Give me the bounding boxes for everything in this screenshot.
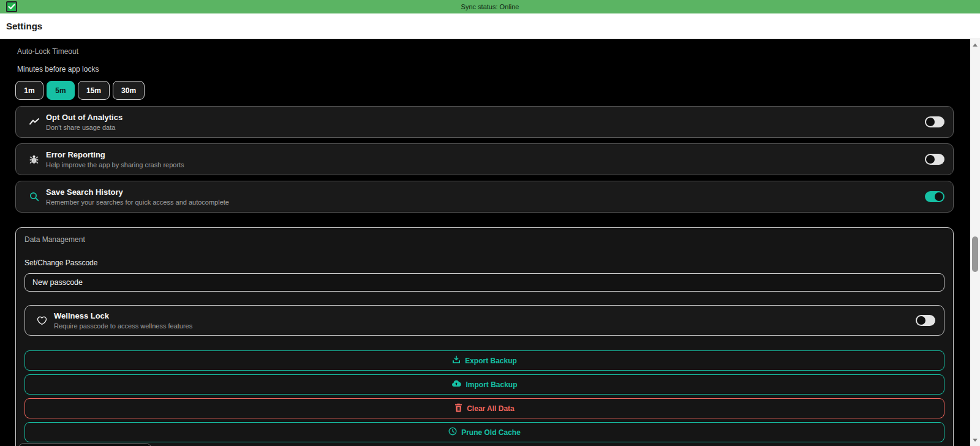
new-passcode-input[interactable]: [24, 273, 944, 292]
card-title: Error Reporting: [46, 150, 184, 159]
analytics-icon: [28, 118, 40, 126]
action-label: Export Backup: [465, 357, 517, 365]
card-subtitle: Help improve the app by sharing crash re…: [46, 161, 184, 168]
page-header: Settings: [0, 13, 980, 39]
action-label: Import Backup: [466, 380, 517, 389]
import-backup-button[interactable]: Import Backup: [24, 374, 944, 395]
settings-scroll-area: Auto-Lock Timeout Minutes before app loc…: [0, 39, 970, 446]
clock-icon: [448, 427, 457, 437]
passcode-label: Set/Change Passcode: [24, 259, 944, 267]
toggle-card-list: Opt Out of Analytics Don't share usage d…: [15, 106, 954, 213]
timeout-options: 1m 5m 15m 30m: [15, 81, 970, 100]
scrollbar-up-arrow-icon[interactable]: [973, 43, 978, 47]
error-reporting-toggle[interactable]: [925, 154, 944, 165]
timeout-option-1m[interactable]: 1m: [15, 81, 43, 100]
check-icon: [8, 4, 15, 10]
bottom-partial-panel: [17, 443, 153, 446]
export-icon: [452, 355, 461, 366]
auto-lock-sublabel: Minutes before app locks: [17, 65, 970, 74]
heart-icon: [36, 316, 48, 325]
save-search-history-toggle[interactable]: [925, 191, 944, 202]
trash-icon: [454, 403, 462, 414]
card-title: Save Search History: [46, 187, 229, 197]
data-management-label: Data Management: [24, 235, 944, 244]
sync-status-text: Sync status: Online: [461, 3, 519, 10]
sync-status-bar: Sync status: Online: [0, 0, 980, 13]
scrollbar-down-arrow-icon[interactable]: [973, 439, 978, 442]
action-label: Prune Old Cache: [461, 428, 521, 437]
card-title: Wellness Lock: [54, 311, 192, 320]
timeout-option-30m[interactable]: 30m: [113, 81, 145, 100]
sync-checkbox-icon[interactable]: [6, 1, 17, 12]
page-title: Settings: [6, 21, 42, 31]
prune-old-cache-button[interactable]: Prune Old Cache: [24, 422, 944, 442]
auto-lock-timeout-label: Auto-Lock Timeout: [17, 47, 970, 56]
timeout-option-15m[interactable]: 15m: [78, 81, 110, 100]
import-icon: [451, 380, 461, 389]
action-label: Clear All Data: [467, 404, 514, 413]
export-backup-button[interactable]: Export Backup: [24, 350, 944, 371]
wellness-lock-card: Wellness Lock Require passcode to access…: [24, 305, 944, 336]
card-subtitle: Don't share usage data: [46, 124, 123, 131]
search-icon: [28, 192, 40, 202]
scrollbar-thumb[interactable]: [972, 236, 978, 272]
save-search-history-card: Save Search History Remember your search…: [15, 181, 954, 213]
timeout-option-5m[interactable]: 5m: [47, 81, 75, 100]
data-management-section: Data Management Set/Change Passcode Well…: [15, 227, 954, 446]
card-subtitle: Require passcode to access wellness feat…: [54, 322, 192, 330]
vertical-scrollbar[interactable]: [970, 39, 980, 446]
opt-out-analytics-card: Opt Out of Analytics Don't share usage d…: [15, 106, 954, 138]
wellness-lock-toggle[interactable]: [916, 315, 935, 326]
bug-icon: [28, 154, 40, 165]
card-title: Opt Out of Analytics: [46, 113, 123, 122]
opt-out-analytics-toggle[interactable]: [925, 116, 944, 127]
clear-all-data-button[interactable]: Clear All Data: [24, 398, 944, 418]
error-reporting-card: Error Reporting Help improve the app by …: [15, 143, 954, 175]
card-subtitle: Remember your searches for quick access …: [46, 198, 229, 206]
